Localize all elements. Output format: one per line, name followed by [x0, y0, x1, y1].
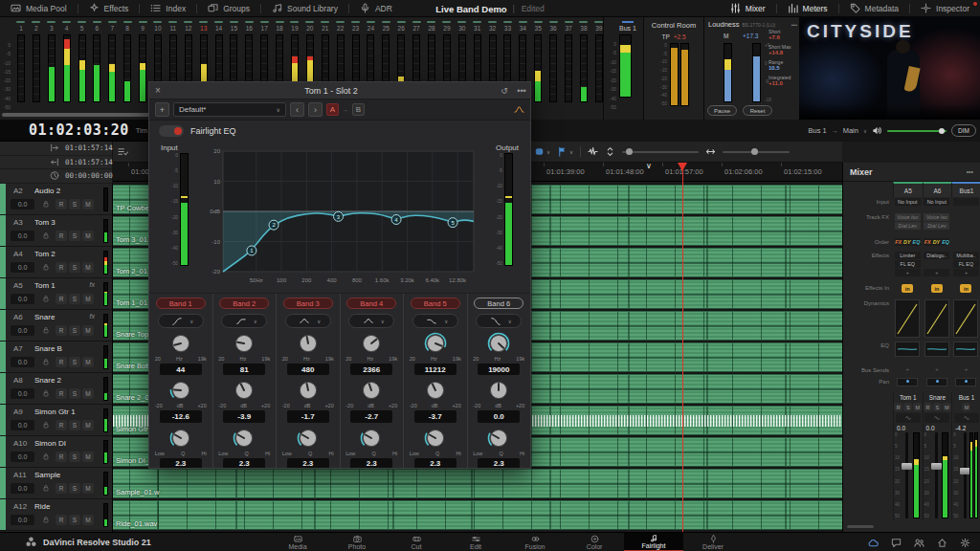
gain-value[interactable]: -1.7 — [287, 410, 329, 422]
eq-curve-graph[interactable]: 20100dB-10-2050Hz1002004008001.60k3.20k6… — [198, 142, 481, 293]
track-volume-value[interactable]: 0.0 — [11, 199, 34, 209]
track-m-button[interactable]: M — [82, 231, 94, 241]
eq-mini-graph[interactable] — [924, 342, 949, 357]
plugin-enable-toggle[interactable] — [159, 125, 184, 137]
effect-chip[interactable]: FL EQ — [895, 260, 921, 268]
track-r-button[interactable]: R — [56, 262, 67, 273]
lock-icon[interactable] — [42, 326, 50, 334]
timeline-clip-a12[interactable]: Ride_01.wav — [113, 500, 842, 530]
fader-track[interactable] — [905, 432, 908, 518]
gain-value[interactable]: -2.7 — [350, 410, 392, 422]
add-effect-button[interactable]: + — [924, 269, 949, 276]
track-volume-value[interactable]: 0.0 — [11, 262, 34, 273]
page-tab-fusion[interactable]: Fusion — [505, 533, 565, 551]
order-chip[interactable]: FXDYEQ — [895, 238, 921, 246]
track-m-button[interactable]: M — [82, 388, 94, 399]
track-r-button[interactable]: R — [56, 515, 67, 525]
freq-knob[interactable] — [169, 332, 192, 355]
bus-send-add[interactable]: + — [935, 366, 939, 372]
band-enable-pill[interactable]: Band 4 — [346, 298, 396, 309]
history-icon[interactable]: ↺ — [496, 86, 513, 96]
track-row-a2[interactable]: A2Audio 20.0RSM — [0, 184, 112, 215]
freq-knob[interactable] — [487, 332, 510, 355]
strip-fader-value[interactable]: 0.0 — [894, 425, 923, 431]
fader-track[interactable] — [935, 432, 938, 518]
track-row-a12[interactable]: A12Ride0.0RSM — [0, 499, 112, 531]
track-row-a9[interactable]: A9Simon Gtr 10.0RSM — [0, 405, 112, 436]
gain-value[interactable]: -3.7 — [414, 410, 457, 422]
q-value[interactable]: 2.3 — [223, 458, 265, 469]
lock-icon[interactable] — [42, 200, 50, 208]
waveform-icon[interactable] — [588, 146, 598, 157]
toolbar-button-mixer[interactable]: Mixer — [720, 0, 776, 16]
band-shape-select[interactable]: ∨ — [221, 314, 267, 327]
page-tab-cut[interactable]: Cut — [387, 533, 446, 551]
chat-icon[interactable] — [891, 538, 902, 548]
pause-button[interactable]: Pause — [707, 105, 737, 116]
speaker-icon[interactable] — [872, 125, 882, 136]
page-tab-edit[interactable]: Edit — [446, 533, 505, 551]
preset-select[interactable]: Default* ∨ — [173, 102, 286, 117]
track-s-button[interactable]: S — [69, 325, 80, 336]
track-volume-value[interactable]: 0.0 — [11, 325, 34, 336]
input-select[interactable]: No Input — [895, 198, 921, 206]
playhead[interactable] — [682, 163, 683, 532]
cue-in-icon[interactable] — [50, 143, 59, 153]
slider-handle[interactable] — [751, 148, 758, 155]
lock-icon[interactable] — [42, 389, 50, 397]
effect-chip[interactable]: Dialogu.. — [924, 252, 949, 259]
track-m-button[interactable]: M — [82, 294, 94, 304]
toolbar-button-effects[interactable]: Effects — [78, 0, 140, 16]
bus-send-add[interactable]: + — [906, 366, 910, 372]
band-shape-select[interactable]: ∨ — [158, 314, 204, 327]
band-shape-select[interactable]: ∨ — [476, 314, 522, 327]
playhead-handle[interactable] — [678, 163, 687, 171]
compare-b-button[interactable]: B — [352, 103, 365, 116]
track-fx-chip[interactable]: Dial Lev — [895, 222, 921, 230]
strip-m-button[interactable]: M — [913, 403, 922, 411]
track-height-slider[interactable] — [622, 151, 699, 153]
toolbar-button-index[interactable]: Index — [140, 0, 196, 16]
automation-curve-button[interactable] — [924, 413, 949, 423]
track-row-a11[interactable]: A11Sample0.0RSM — [0, 468, 112, 499]
cue-timecode-value[interactable]: 01:01:57:14 — [65, 143, 113, 152]
strip-r-button[interactable]: R — [894, 403, 902, 411]
page-tab-color[interactable]: Color — [565, 533, 624, 551]
band-enable-pill[interactable]: Band 5 — [411, 298, 460, 309]
effect-chip[interactable]: Multiba.. — [953, 252, 979, 259]
q-value[interactable]: 2.3 — [350, 458, 392, 469]
cue-out-icon[interactable] — [50, 157, 59, 167]
cue-timecode-value[interactable]: 01:01:57:14 — [65, 158, 113, 166]
eq-mini-graph[interactable] — [953, 342, 978, 357]
track-r-button[interactable]: R — [56, 452, 67, 462]
freq-value[interactable]: 2366 — [350, 364, 392, 375]
bus-send-add[interactable]: + — [965, 366, 969, 372]
track-s-button[interactable]: S — [69, 199, 80, 209]
track-m-button[interactable]: M — [82, 452, 94, 462]
track-volume-value[interactable]: 0.0 — [11, 452, 34, 462]
mixer-column-header-a6[interactable]: A6 — [923, 182, 952, 197]
q-knob[interactable] — [360, 427, 383, 450]
track-m-button[interactable]: M — [82, 483, 94, 494]
lock-icon[interactable] — [42, 421, 50, 429]
strip-fader-value[interactable]: -4.2 — [952, 425, 980, 431]
eq-mini-graph[interactable] — [895, 342, 920, 357]
track-s-button[interactable]: S — [69, 452, 80, 462]
list-check-icon[interactable] — [118, 146, 128, 157]
timeline-clip-a11[interactable]: Sample_01.w — [113, 469, 842, 498]
freq-value[interactable]: 44 — [160, 364, 202, 375]
track-fx-chip[interactable]: Voice Iso — [895, 213, 921, 221]
add-preset-button[interactable]: + — [155, 102, 169, 117]
track-volume-value[interactable]: 0.0 — [11, 483, 34, 494]
dots-menu-icon[interactable]: ••• — [513, 86, 530, 96]
strip-r-button[interactable]: R — [924, 403, 932, 411]
track-s-button[interactable]: S — [69, 262, 80, 273]
track-m-button[interactable]: M — [82, 420, 94, 430]
effects-in-badge[interactable]: in — [902, 284, 913, 293]
mixer-column-header-bus1[interactable]: Bus1 — [951, 182, 980, 197]
strip-fader-value[interactable]: 0.0 — [924, 425, 952, 431]
automation-icon[interactable] — [514, 104, 524, 115]
add-effect-button[interactable]: + — [953, 269, 979, 276]
track-row-a3[interactable]: A3Tom 30.0RSM — [0, 215, 112, 247]
timeline-marker-chevron[interactable]: ∨ — [646, 163, 652, 170]
